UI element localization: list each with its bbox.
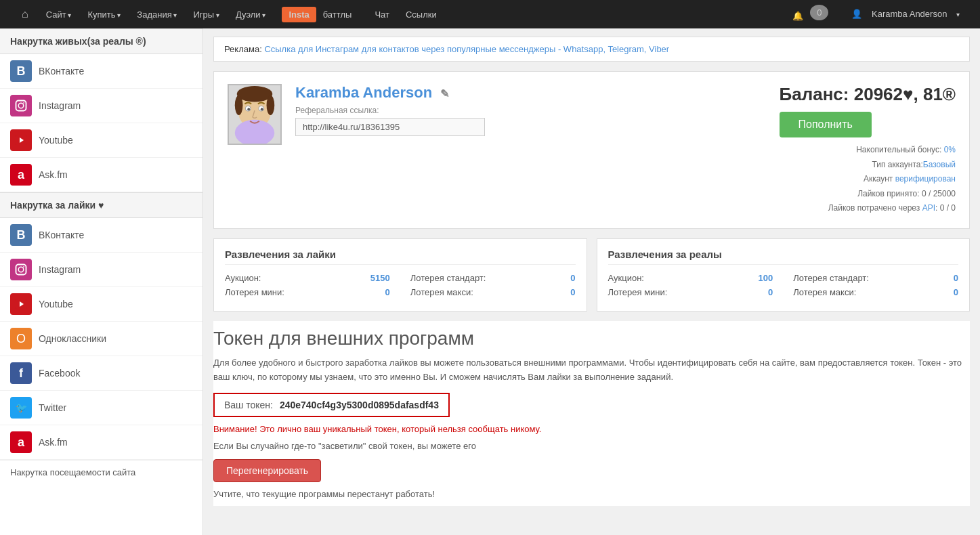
lottery2-std-value[interactable]: 0 — [954, 273, 958, 283]
ad-label: Реклама: — [224, 44, 262, 54]
nav-chat[interactable]: Чат — [368, 7, 396, 22]
insta-badge[interactable]: Insta — [282, 7, 316, 22]
auction2-label: Аукцион: — [608, 273, 644, 283]
lottery2-mini-value[interactable]: 0 — [768, 287, 773, 297]
sidebar-item-facebook[interactable]: f Facebook — [0, 356, 203, 391]
sidebar-item-label: Ask.fm — [39, 169, 68, 180]
sidebar-item-youtube1[interactable]: Youtube — [0, 123, 203, 158]
bell-notification[interactable]: 🔔0 — [779, 5, 835, 24]
auction-label: Аукцион: — [225, 273, 261, 283]
nav-buy[interactable]: Купить — [81, 7, 127, 22]
stats-reals-box: Развлечения за реалы Аукцион: 100 Лотере… — [597, 238, 971, 312]
svg-point-6 — [18, 267, 24, 272]
sidebar: Накрутка живых(за реалы ®) В ВКонтакте I… — [0, 28, 203, 535]
replenish-button[interactable]: Пополнить — [780, 112, 872, 137]
vk-icon: В — [10, 60, 32, 82]
lottery-mini-value[interactable]: 0 — [385, 287, 390, 297]
stats-reals-title: Развлечения за реалы — [608, 249, 959, 265]
lottery2-max-value[interactable]: 0 — [954, 287, 958, 297]
svg-rect-0 — [16, 101, 26, 111]
account-verified-link[interactable]: верифицирован — [895, 174, 956, 184]
user-menu[interactable]: 👤 Karamba Anderson — [845, 6, 966, 22]
facebook-icon: f — [10, 362, 32, 384]
auction-value[interactable]: 5150 — [370, 273, 390, 283]
sidebar-item-label: ВКонтакте — [39, 66, 84, 77]
sidebar-item-askfm2[interactable]: a Ask.fm — [0, 425, 203, 460]
main-content: Реклама: Ссылка для Инстаграм для контак… — [203, 28, 980, 535]
sidebar-item-youtube2[interactable]: Youtube — [0, 287, 203, 322]
sidebar-item-ok[interactable]: О Одноклассники — [0, 322, 203, 356]
vk-icon2: В — [10, 224, 32, 246]
lottery-max-value[interactable]: 0 — [570, 287, 575, 297]
svg-point-18 — [235, 95, 243, 115]
sidebar-item-vk1[interactable]: В ВКонтакте — [0, 54, 203, 89]
sidebar-item-instagram2[interactable]: Instagram — [0, 253, 203, 287]
profile-card: Karamba Anderson ✎ Реферальная ссылка: Б… — [213, 71, 970, 229]
svg-rect-5 — [16, 265, 26, 275]
sidebar-item-label: Youtube — [39, 299, 73, 309]
token-box: Ваш токен: 240e740cf4g3y5300d0895dafasdf… — [213, 393, 450, 417]
sidebar-section1-title: Накрутка живых(за реалы ®) — [0, 28, 203, 54]
account-info: Накопительный бонус: 0% Тип аккаунта:Баз… — [780, 143, 956, 216]
sidebar-item-label: Youtube — [39, 135, 73, 146]
lottery-std-value[interactable]: 0 — [570, 273, 575, 283]
token-warning: Внимание! Это лично ваш уникальный токен… — [213, 424, 970, 434]
avatar — [228, 84, 282, 145]
token-value: 240e740cf4g3y5300d0895dafasdf43 — [280, 400, 439, 410]
nav-site[interactable]: Сайт — [39, 7, 79, 22]
askfm-icon: a — [10, 164, 32, 186]
nav-tasks[interactable]: Задания — [130, 7, 184, 22]
youtube-icon2 — [10, 293, 32, 315]
twitter-icon: 🐦 — [10, 397, 32, 419]
token-description: Для более удобного и быстрого заработка … — [213, 356, 970, 385]
svg-point-2 — [23, 102, 24, 104]
referral-url-input[interactable] — [295, 118, 485, 136]
askfm-icon2: a — [10, 431, 32, 453]
bell-icon: 🔔 — [786, 8, 810, 24]
sidebar-item-twitter[interactable]: 🐦 Twitter — [0, 391, 203, 425]
stats-row: Развлечения за лайки Аукцион: 5150 Лотер… — [213, 238, 970, 312]
svg-point-7 — [23, 266, 24, 268]
sidebar-item-label: Ask.fm — [39, 437, 68, 448]
sidebar-item-label: ВКонтакте — [39, 230, 84, 240]
svg-point-16 — [261, 108, 263, 110]
ad-banner: Реклама: Ссылка для Инстаграм для контак… — [213, 37, 970, 62]
profile-info: Karamba Anderson ✎ Реферальная ссылка: — [295, 84, 766, 136]
account-type-link[interactable]: Базовый — [923, 160, 956, 169]
sidebar-item-label: Twitter — [39, 402, 66, 413]
lottery-max-label: Лотерея макси: — [410, 287, 473, 297]
token-title: Токен для внешних программ — [213, 328, 970, 349]
sidebar-traffic-link[interactable]: Накрутка посещаемости сайта — [0, 460, 203, 484]
edit-profile-icon[interactable]: ✎ — [440, 88, 449, 100]
nav-links[interactable]: Ссылки — [399, 7, 444, 22]
balance-section: Баланс: 20962♥, 81® Пополнить Накопитель… — [780, 84, 956, 216]
lottery-mini-label: Лотерея мини: — [225, 287, 284, 297]
regenerate-button[interactable]: Перегенерировать — [213, 459, 321, 482]
token-section: Токен для внешних программ Для более удо… — [213, 321, 970, 506]
sidebar-item-label: Instagram — [39, 264, 81, 275]
auction2-value[interactable]: 100 — [759, 273, 773, 283]
sidebar-item-vk2[interactable]: В ВКонтакте — [0, 218, 203, 253]
instagram-icon — [10, 95, 32, 116]
ad-link[interactable]: Ссылка для Инстаграм для контактов через… — [264, 44, 669, 54]
youtube-icon — [10, 129, 32, 151]
bonus-value: 0% — [944, 145, 956, 154]
sidebar-item-label: Instagram — [39, 100, 81, 111]
svg-point-19 — [267, 95, 275, 115]
stats-likes-title: Развлечения за лайки — [225, 249, 576, 265]
home-button[interactable]: ⌂ — [14, 5, 37, 23]
token-label: Ваш токен: — [224, 400, 273, 410]
sidebar-item-instagram1[interactable]: Instagram — [0, 89, 203, 123]
user-name: Karamba Anderson — [865, 6, 954, 22]
nav-battles[interactable]: баттлы — [316, 7, 359, 22]
lottery2-max-label: Лотерея макси: — [793, 287, 856, 297]
token-note: Учтите, что текущие программы перестанут… — [213, 489, 970, 499]
lottery2-std-label: Лотерея стандарт: — [793, 273, 869, 283]
nav-games[interactable]: Игры — [187, 7, 226, 22]
lottery2-mini-label: Лотерея мини: — [608, 287, 668, 297]
sidebar-item-askfm1[interactable]: a Ask.fm — [0, 158, 203, 192]
notification-count: 0 — [810, 5, 828, 20]
nav-duels[interactable]: Дуэли — [229, 7, 272, 22]
api-link[interactable]: API — [922, 203, 935, 213]
svg-point-17 — [237, 86, 273, 102]
